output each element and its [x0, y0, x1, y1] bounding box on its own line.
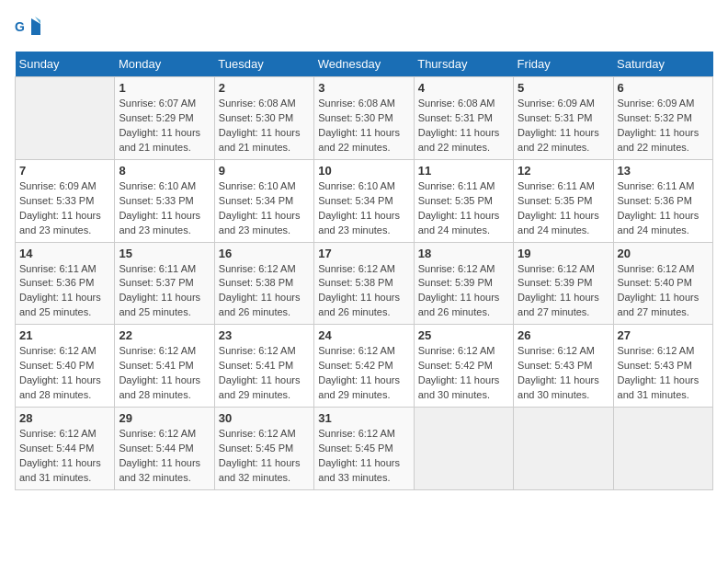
day-number: 9: [219, 164, 310, 178]
day-number: 24: [318, 328, 409, 342]
calendar-cell: 19Sunrise: 6:12 AMSunset: 5:39 PMDayligh…: [514, 242, 613, 325]
day-info: Sunrise: 6:12 AMSunset: 5:38 PMDaylight:…: [318, 262, 409, 321]
calendar-cell: 23Sunrise: 6:12 AMSunset: 5:41 PMDayligh…: [214, 325, 313, 408]
day-info: Sunrise: 6:09 AMSunset: 5:31 PMDaylight:…: [518, 97, 609, 155]
calendar-cell: 12Sunrise: 6:11 AMSunset: 5:35 PMDayligh…: [514, 159, 613, 242]
header-saturday: Saturday: [613, 52, 712, 77]
day-number: 15: [119, 247, 210, 260]
calendar-cell: 2Sunrise: 6:08 AMSunset: 5:30 PMDaylight…: [214, 77, 313, 160]
day-number: 17: [318, 247, 409, 260]
calendar-cell: 14Sunrise: 6:11 AMSunset: 5:36 PMDayligh…: [16, 242, 115, 325]
calendar-cell: 22Sunrise: 6:12 AMSunset: 5:41 PMDayligh…: [115, 325, 214, 408]
calendar-week-3: 14Sunrise: 6:11 AMSunset: 5:36 PMDayligh…: [16, 242, 713, 325]
day-number: 22: [119, 328, 210, 342]
calendar-week-2: 7Sunrise: 6:09 AMSunset: 5:33 PMDaylight…: [16, 159, 713, 242]
calendar-week-4: 21Sunrise: 6:12 AMSunset: 5:40 PMDayligh…: [16, 325, 713, 408]
day-number: 7: [19, 164, 110, 178]
header-wednesday: Wednesday: [314, 52, 414, 77]
day-number: 14: [19, 247, 110, 260]
day-number: 8: [119, 164, 210, 178]
calendar-cell: 24Sunrise: 6:12 AMSunset: 5:42 PMDayligh…: [314, 325, 414, 408]
day-info: Sunrise: 6:08 AMSunset: 5:30 PMDaylight:…: [219, 97, 310, 155]
calendar-header-row: SundayMondayTuesdayWednesdayThursdayFrid…: [16, 52, 713, 77]
day-number: 31: [318, 411, 409, 425]
day-info: Sunrise: 6:12 AMSunset: 5:42 PMDaylight:…: [318, 344, 409, 403]
day-info: Sunrise: 6:12 AMSunset: 5:43 PMDaylight:…: [518, 344, 609, 403]
day-info: Sunrise: 6:12 AMSunset: 5:45 PMDaylight:…: [318, 427, 409, 486]
day-info: Sunrise: 6:11 AMSunset: 5:37 PMDaylight:…: [119, 262, 210, 321]
calendar-cell: 25Sunrise: 6:12 AMSunset: 5:42 PMDayligh…: [414, 325, 513, 408]
calendar-cell: 20Sunrise: 6:12 AMSunset: 5:40 PMDayligh…: [613, 242, 712, 325]
day-info: Sunrise: 6:12 AMSunset: 5:41 PMDaylight:…: [119, 344, 210, 403]
day-number: 18: [418, 247, 509, 260]
day-info: Sunrise: 6:12 AMSunset: 5:42 PMDaylight:…: [418, 344, 509, 403]
calendar-week-1: 1Sunrise: 6:07 AMSunset: 5:29 PMDaylight…: [16, 77, 713, 160]
day-info: Sunrise: 6:12 AMSunset: 5:45 PMDaylight:…: [219, 427, 310, 486]
day-info: Sunrise: 6:08 AMSunset: 5:31 PMDaylight:…: [418, 97, 509, 155]
header-friday: Friday: [514, 52, 613, 77]
calendar-cell: 15Sunrise: 6:11 AMSunset: 5:37 PMDayligh…: [115, 242, 214, 325]
calendar-cell: 10Sunrise: 6:10 AMSunset: 5:34 PMDayligh…: [314, 159, 414, 242]
day-number: 28: [19, 411, 110, 425]
calendar-cell: 3Sunrise: 6:08 AMSunset: 5:30 PMDaylight…: [314, 77, 414, 160]
day-info: Sunrise: 6:12 AMSunset: 5:38 PMDaylight:…: [219, 262, 310, 321]
day-number: 26: [518, 328, 609, 342]
day-number: 23: [219, 328, 310, 342]
calendar-cell: 4Sunrise: 6:08 AMSunset: 5:31 PMDaylight…: [414, 77, 513, 160]
calendar-cell: 21Sunrise: 6:12 AMSunset: 5:40 PMDayligh…: [16, 325, 115, 408]
day-number: 5: [518, 81, 609, 95]
day-number: 16: [219, 247, 310, 260]
calendar-cell: 30Sunrise: 6:12 AMSunset: 5:45 PMDayligh…: [214, 408, 313, 490]
calendar-cell: 27Sunrise: 6:12 AMSunset: 5:43 PMDayligh…: [613, 325, 712, 408]
day-number: 25: [418, 328, 509, 342]
day-info: Sunrise: 6:12 AMSunset: 5:44 PMDaylight:…: [19, 427, 110, 486]
day-number: 4: [418, 81, 509, 95]
calendar-cell: 5Sunrise: 6:09 AMSunset: 5:31 PMDaylight…: [514, 77, 613, 160]
calendar-cell: 17Sunrise: 6:12 AMSunset: 5:38 PMDayligh…: [314, 242, 414, 325]
day-info: Sunrise: 6:11 AMSunset: 5:36 PMDaylight:…: [19, 262, 110, 321]
day-info: Sunrise: 6:12 AMSunset: 5:39 PMDaylight:…: [418, 262, 509, 321]
day-number: 20: [618, 247, 709, 260]
header-tuesday: Tuesday: [214, 52, 313, 77]
day-info: Sunrise: 6:11 AMSunset: 5:35 PMDaylight:…: [518, 179, 609, 238]
day-info: Sunrise: 6:10 AMSunset: 5:33 PMDaylight:…: [119, 179, 210, 238]
logo: G: [15, 15, 44, 40]
day-number: 13: [618, 164, 709, 178]
calendar-cell: 13Sunrise: 6:11 AMSunset: 5:36 PMDayligh…: [613, 159, 712, 242]
calendar-cell: 16Sunrise: 6:12 AMSunset: 5:38 PMDayligh…: [214, 242, 313, 325]
calendar-week-5: 28Sunrise: 6:12 AMSunset: 5:44 PMDayligh…: [16, 408, 713, 490]
day-number: 3: [318, 81, 409, 95]
header-thursday: Thursday: [414, 52, 513, 77]
calendar-cell: 7Sunrise: 6:09 AMSunset: 5:33 PMDaylight…: [16, 159, 115, 242]
calendar-cell: 9Sunrise: 6:10 AMSunset: 5:34 PMDaylight…: [214, 159, 313, 242]
day-number: 29: [119, 411, 210, 425]
day-number: 2: [219, 81, 310, 95]
calendar-cell: 26Sunrise: 6:12 AMSunset: 5:43 PMDayligh…: [514, 325, 613, 408]
day-number: 6: [618, 81, 709, 95]
day-number: 21: [19, 328, 110, 342]
calendar-cell: 11Sunrise: 6:11 AMSunset: 5:35 PMDayligh…: [414, 159, 513, 242]
calendar-cell: 31Sunrise: 6:12 AMSunset: 5:45 PMDayligh…: [314, 408, 414, 490]
day-number: 10: [318, 164, 409, 178]
day-info: Sunrise: 6:10 AMSunset: 5:34 PMDaylight:…: [219, 179, 310, 238]
day-info: Sunrise: 6:12 AMSunset: 5:40 PMDaylight:…: [19, 344, 110, 403]
day-info: Sunrise: 6:12 AMSunset: 5:41 PMDaylight:…: [219, 344, 310, 403]
svg-text:G: G: [15, 19, 25, 34]
day-number: 30: [219, 411, 310, 425]
day-info: Sunrise: 6:12 AMSunset: 5:43 PMDaylight:…: [618, 344, 709, 403]
calendar-cell: 8Sunrise: 6:10 AMSunset: 5:33 PMDaylight…: [115, 159, 214, 242]
calendar-cell: 18Sunrise: 6:12 AMSunset: 5:39 PMDayligh…: [414, 242, 513, 325]
day-info: Sunrise: 6:11 AMSunset: 5:35 PMDaylight:…: [418, 179, 509, 238]
calendar-cell: [414, 408, 513, 490]
day-number: 1: [119, 81, 210, 95]
day-number: 11: [418, 164, 509, 178]
calendar-cell: 28Sunrise: 6:12 AMSunset: 5:44 PMDayligh…: [16, 408, 115, 490]
calendar-cell: 1Sunrise: 6:07 AMSunset: 5:29 PMDaylight…: [115, 77, 214, 160]
day-info: Sunrise: 6:09 AMSunset: 5:33 PMDaylight:…: [19, 179, 110, 238]
day-info: Sunrise: 6:10 AMSunset: 5:34 PMDaylight:…: [318, 179, 409, 238]
calendar-table: SundayMondayTuesdayWednesdayThursdayFrid…: [15, 52, 713, 490]
day-info: Sunrise: 6:11 AMSunset: 5:36 PMDaylight:…: [618, 179, 709, 238]
day-number: 27: [618, 328, 709, 342]
day-info: Sunrise: 6:12 AMSunset: 5:44 PMDaylight:…: [119, 427, 210, 486]
calendar-cell: 29Sunrise: 6:12 AMSunset: 5:44 PMDayligh…: [115, 408, 214, 490]
